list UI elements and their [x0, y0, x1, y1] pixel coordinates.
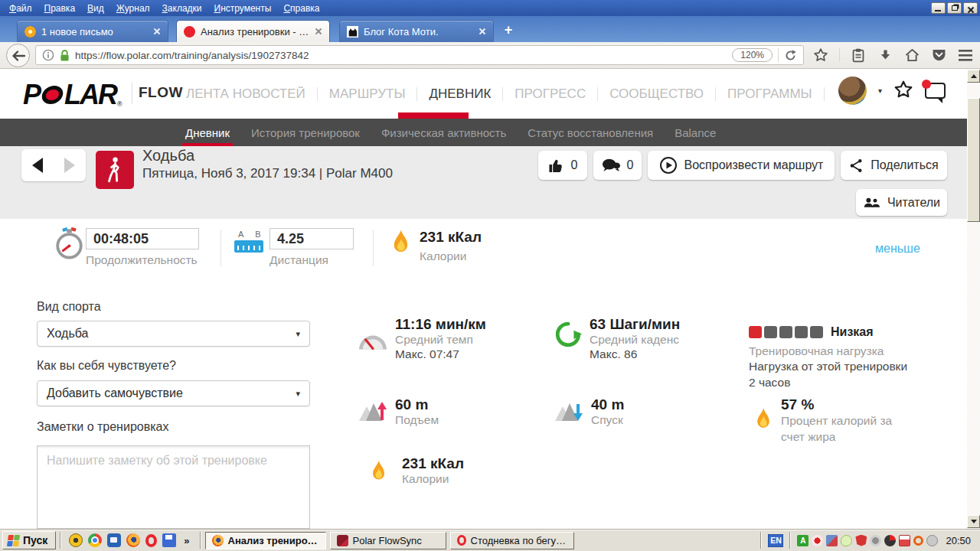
chrome-icon[interactable]: [88, 533, 102, 547]
subnav-diary[interactable]: Дневник: [175, 119, 240, 146]
tray-icon-webcam[interactable]: [870, 535, 881, 546]
tray-icon-network[interactable]: [826, 535, 838, 546]
daemon-tools-icon[interactable]: [69, 533, 83, 547]
restore-button[interactable]: [947, 2, 962, 14]
pocket-icon[interactable]: [930, 47, 947, 64]
feeling-select[interactable]: Добавить самочувствие ▾: [37, 380, 310, 406]
subnav-recovery[interactable]: Статус восстановления: [517, 119, 664, 146]
back-button[interactable]: [6, 44, 30, 67]
language-indicator[interactable]: EN: [768, 534, 783, 547]
bookmark-star-icon[interactable]: [812, 47, 829, 64]
subnav-activity[interactable]: Физическая активность: [371, 119, 517, 146]
divider: [373, 230, 374, 266]
tab-close-icon[interactable]: [479, 28, 486, 35]
scrollbar-thumb[interactable]: [967, 98, 980, 222]
collapse-link[interactable]: меньше: [875, 242, 920, 256]
share-button[interactable]: Поделиться: [841, 151, 947, 180]
next-session-button[interactable]: [54, 149, 86, 181]
tray-icon-a[interactable]: A: [797, 535, 808, 546]
taskbar-task-opera[interactable]: Стодневка по бегу-9. ...: [450, 532, 574, 549]
page-viewport: P LAR ® FLOW ЛЕНТА НОВОСТЕЙ МАРШРУТЫ ДНЕ…: [0, 69, 980, 529]
start-button[interactable]: Пуск: [2, 531, 56, 549]
tab-close-icon[interactable]: [153, 28, 161, 35]
training-header-band: Ходьба Пятница, Нояб 3, 2017 19:34 | Pol…: [0, 146, 967, 219]
previous-session-button[interactable]: [21, 149, 54, 181]
favorites-star-icon[interactable]: [893, 80, 913, 103]
nav-feed[interactable]: ЛЕНТА НОВОСТЕЙ: [175, 86, 317, 102]
calories-flame-icon: [390, 226, 412, 264]
page-info-icon[interactable]: [42, 49, 54, 61]
duration-input[interactable]: [86, 228, 199, 249]
menu-history[interactable]: Журнал: [110, 2, 156, 15]
task-label: Стодневка по бегу-9. ...: [471, 535, 567, 546]
polar-logo[interactable]: P LAR ®: [23, 79, 122, 111]
chevron-down-icon: ▾: [296, 329, 300, 339]
subnav-history[interactable]: История тренировок: [240, 119, 371, 146]
bookmarks-clipboard-icon[interactable]: [850, 47, 867, 64]
readers-button[interactable]: Читатели: [856, 189, 947, 216]
address-bar[interactable]: https://flow.polar.com/training/analysis…: [35, 45, 804, 65]
page-scrollbar[interactable]: [967, 69, 980, 529]
like-button[interactable]: 0: [538, 151, 587, 180]
menu-help[interactable]: Справка: [277, 2, 325, 15]
nav-progress[interactable]: ПРОГРЕСС: [503, 86, 597, 102]
taskbar-task-flowsync[interactable]: Polar FlowSync: [330, 532, 446, 549]
tab-mail[interactable]: 1 новое письмо: [18, 21, 168, 42]
messages-icon[interactable]: [925, 83, 946, 99]
tray-icon-shield[interactable]: [855, 535, 867, 546]
sport-select[interactable]: Ходьба ▾: [37, 321, 310, 347]
menu-tools[interactable]: Инструменты: [208, 2, 278, 15]
scroll-up-button[interactable]: [967, 70, 980, 83]
sport-select-label: Вид спорта: [37, 300, 101, 314]
notes-textarea[interactable]: [37, 445, 310, 529]
fat-flame-icon: [754, 404, 773, 436]
reload-icon[interactable]: [784, 49, 797, 62]
comments-button[interactable]: 0: [593, 151, 642, 180]
opera-icon[interactable]: [145, 534, 157, 547]
tray-icon-dark-red[interactable]: [884, 535, 896, 546]
chevron-down-icon[interactable]: ▾: [878, 86, 882, 95]
nav-community[interactable]: СООБЩЕСТВО: [598, 86, 715, 102]
https-lock-icon[interactable]: [60, 49, 70, 62]
zoom-level-indicator[interactable]: 120%: [732, 48, 773, 62]
tab-close-icon[interactable]: [315, 28, 322, 35]
tab-polar-analysis[interactable]: Анализ тренировки - Polar F...: [177, 21, 329, 42]
hamburger-menu-icon[interactable]: [957, 47, 974, 64]
notification-dot: [922, 80, 931, 89]
new-tab-button[interactable]: +: [499, 22, 518, 38]
comment-count: 0: [627, 158, 634, 172]
nav-routes[interactable]: МАРШРУТЫ: [318, 86, 417, 102]
tray-icon-leaf[interactable]: [841, 535, 852, 546]
replay-route-button[interactable]: Воспроизвести маршрут: [648, 151, 835, 180]
scroll-down-button[interactable]: [967, 515, 980, 528]
home-icon[interactable]: [903, 47, 920, 64]
save-floppy-icon[interactable]: [162, 533, 176, 547]
tray-icon-red-dot[interactable]: [812, 535, 823, 546]
descent-value: 40 m: [591, 396, 624, 412]
downloads-icon[interactable]: [877, 47, 893, 64]
nav-programs[interactable]: ПРОГРАММЫ: [716, 86, 824, 102]
menu-view[interactable]: Вид: [81, 2, 110, 15]
close-button[interactable]: [963, 2, 978, 14]
nav-diary[interactable]: ДНЕВНИК: [417, 86, 502, 102]
firefox-icon[interactable]: [126, 533, 140, 547]
tray-icon-mail[interactable]: [899, 535, 910, 546]
menu-file[interactable]: Файл: [3, 2, 38, 15]
menu-bookmarks[interactable]: Закладки: [156, 2, 208, 15]
avatar[interactable]: [838, 77, 867, 105]
tray-icon-clock[interactable]: [926, 535, 938, 546]
distance-input[interactable]: [270, 228, 354, 249]
summary-stats-row: Продолжительность AB Дистанция 231 кКал …: [0, 219, 967, 287]
subnav-balance[interactable]: Balance: [664, 119, 727, 146]
menu-edit[interactable]: Правка: [38, 2, 82, 15]
tray-icon-orange-ring[interactable]: [913, 536, 923, 546]
minimize-button[interactable]: [931, 2, 946, 14]
taskbar-clock[interactable]: 20:50: [946, 535, 971, 546]
divider: [789, 532, 791, 549]
overflow-chevron-icon[interactable]: »: [181, 535, 191, 546]
taskbar-task-firefox[interactable]: Анализ тренировки - ...: [205, 532, 326, 549]
tab-title: 1 новое письмо: [41, 26, 148, 37]
url-text[interactable]: https://flow.polar.com/training/analysis…: [75, 50, 727, 61]
tab-blog[interactable]: Блог Кота Моти.: [340, 21, 493, 42]
thunderbird-icon[interactable]: [107, 533, 121, 547]
